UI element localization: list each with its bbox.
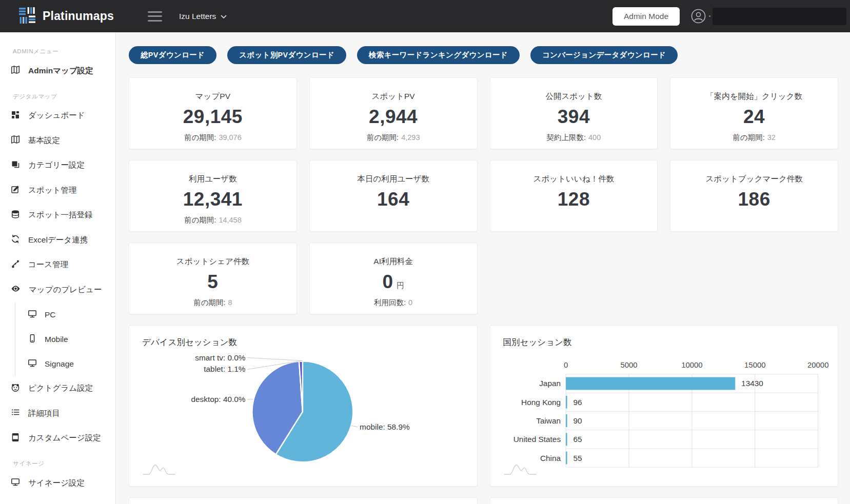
sidebar-item[interactable]: カスタムページ設定: [0, 426, 115, 451]
sidebar-item[interactable]: 詳細項目: [0, 401, 115, 426]
sidebar-item-label: カテゴリー設定: [28, 160, 85, 171]
map-selector[interactable]: Izu Letters: [179, 12, 227, 21]
stat-card-value: 5: [207, 271, 218, 293]
platinumaps-watermark-icon: [504, 462, 537, 479]
sidebar-item[interactable]: 基本設定: [0, 128, 115, 153]
sidebar-item[interactable]: コース管理: [0, 253, 115, 278]
stat-card-subtext: 前の期間:39,076: [129, 133, 296, 143]
brand-title: Platinumaps: [43, 9, 114, 23]
stat-card: 本日の利用ユーザ数 164: [309, 160, 478, 232]
sidebar-item-label: スポット一括登録: [28, 210, 92, 220]
bar-United-States: [566, 433, 567, 446]
sidebar-item-label: ダッシュボード: [28, 110, 85, 121]
pictogram-icon: [11, 383, 20, 394]
download-button[interactable]: 検索キーワードランキングダウンロード: [357, 46, 520, 64]
stat-card-subtext: 契約上限数:400: [490, 133, 658, 143]
sidebar-item[interactable]: ダッシュボード: [0, 104, 115, 129]
bar-category-label: China: [540, 454, 561, 462]
download-button[interactable]: コンバージョンデータダウンロード: [530, 46, 678, 64]
stat-card-value: 164: [377, 189, 409, 210]
stat-card: スポットシェア件数 5前の期間:8: [129, 243, 297, 314]
sidebar-item[interactable]: カテゴリー設定: [0, 153, 115, 178]
pie-callout-line: [351, 426, 358, 427]
device-sessions-pie-chart: mobile: 58.9%desktop: 40.0%tablet: 1.1%s…: [129, 326, 477, 486]
sync-icon: [11, 234, 20, 246]
category-icon: [11, 160, 20, 171]
list-icon: [11, 408, 20, 419]
sidebar-item[interactable]: ピクトグラム設定: [0, 376, 115, 401]
stat-card-title: 利用ユーザ数: [129, 174, 296, 185]
sidebar-item-label: 詳細項目: [28, 408, 60, 419]
stat-card-value: 186: [738, 189, 770, 210]
sidebar-item-label: ピクトグラム設定: [28, 383, 93, 394]
stat-card-title: 本日の利用ユーザ数: [310, 174, 477, 185]
sidebar-item-label: カスタムページ設定: [28, 433, 101, 443]
stat-card-title: 公開スポット数: [490, 91, 658, 102]
admin-mode-button[interactable]: Admin Mode: [612, 7, 680, 26]
x-axis-tick-label: 0: [563, 361, 567, 369]
country-sessions-chart-card: 国別セッション数 05000100001500020000Japan13430H…: [490, 325, 839, 487]
sidebar-item[interactable]: Excelデータ連携: [0, 228, 115, 253]
bar-category-label: Hong Kong: [521, 398, 561, 407]
stat-card-title: マップPV: [129, 91, 296, 102]
sidebar-item[interactable]: マップのプレビュー: [0, 277, 115, 303]
charts-row: デバイス別セッション数 mobile: 58.9%desktop: 40.0%t…: [129, 325, 838, 487]
stat-card-value: 29,145: [183, 106, 243, 128]
sidebar-item[interactable]: スポット管理: [0, 178, 115, 203]
x-axis-tick-label: 5000: [620, 361, 637, 369]
bar-Japan: [566, 377, 735, 390]
stat-card: 「案内を開始」クリック数 24前の期間:32: [670, 77, 838, 149]
bar-category-label: Taiwan: [536, 416, 561, 425]
sidebar-item[interactable]: スポット一括登録: [0, 203, 115, 228]
x-axis-tick-label: 10000: [681, 361, 702, 369]
sidebar-item[interactable]: PC: [0, 303, 115, 327]
stat-card-title: スポットシェア件数: [129, 256, 296, 267]
user-name-redacted: [713, 8, 846, 25]
custom-page-icon: [11, 433, 20, 444]
sidebar-item-label: Signage: [45, 359, 74, 369]
stat-card-subtext: 前の期間:14,458: [129, 215, 296, 225]
stat-card-value: 0: [383, 271, 393, 293]
bar-value-label: 90: [573, 416, 582, 425]
signage-icon: [28, 358, 37, 370]
stat-card: スポットPV 2,944前の期間:4,293: [309, 77, 478, 149]
stat-card-title: スポットブックマーク件数: [670, 174, 838, 185]
hamburger-menu-icon[interactable]: [148, 11, 162, 22]
stat-card-subtext: 前の期間:4,293: [310, 133, 477, 143]
country-sessions-bar-chart: 05000100001500020000Japan13430Hong Kong9…: [490, 326, 838, 486]
brand[interactable]: Platinumaps: [17, 6, 114, 27]
sidebar-item[interactable]: Signage: [0, 352, 115, 376]
map-icon: [11, 135, 20, 146]
bar-value-label: 96: [573, 398, 582, 407]
sidebar-item[interactable]: Adminマップ設定: [0, 58, 115, 84]
sidebar-section-label: ADMINメニュー: [0, 38, 115, 58]
sidebar-section-label: デジタルマップ: [0, 84, 115, 104]
download-button[interactable]: スポット別PVダウンロード: [227, 46, 346, 64]
platinumaps-logo-icon: [17, 6, 37, 27]
x-axis-tick-label: 20000: [807, 361, 828, 369]
sidebar-item[interactable]: Mobile: [0, 327, 115, 352]
eye-icon: [11, 284, 21, 295]
sidebar-item[interactable]: サイネージ設定: [0, 471, 115, 496]
sidebar-item-label: Excelデータ連携: [28, 235, 88, 246]
stat-card-unit: 円: [397, 281, 404, 291]
sidebar-item-label: コース管理: [28, 259, 68, 270]
stat-card: 利用ユーザ数 12,341前の期間:14,458: [129, 160, 297, 232]
bar-category-label: United States: [513, 435, 561, 443]
pie-callout-line: [248, 358, 303, 361]
dashboard-icon: [11, 110, 20, 122]
download-button[interactable]: 総PVダウンロード: [129, 46, 216, 64]
stat-card-subtext: 前の期間:8: [129, 298, 296, 308]
partial-card: [490, 497, 839, 504]
top-header: Platinumaps Izu Letters Admin Mode: [0, 0, 850, 32]
monitor-icon: [28, 309, 37, 320]
x-axis-tick-label: 15000: [744, 361, 765, 369]
map-icon: [11, 65, 20, 76]
next-cards-row-partial: [129, 497, 838, 504]
platinumaps-watermark-icon: [143, 462, 175, 479]
stat-card-title: 「案内を開始」クリック数: [670, 91, 838, 102]
route-icon: [11, 259, 20, 271]
pie-chart-title: デバイス別セッション数: [142, 337, 237, 348]
map-selector-label: Izu Letters: [179, 12, 216, 21]
user-account-icon[interactable]: [691, 9, 706, 24]
